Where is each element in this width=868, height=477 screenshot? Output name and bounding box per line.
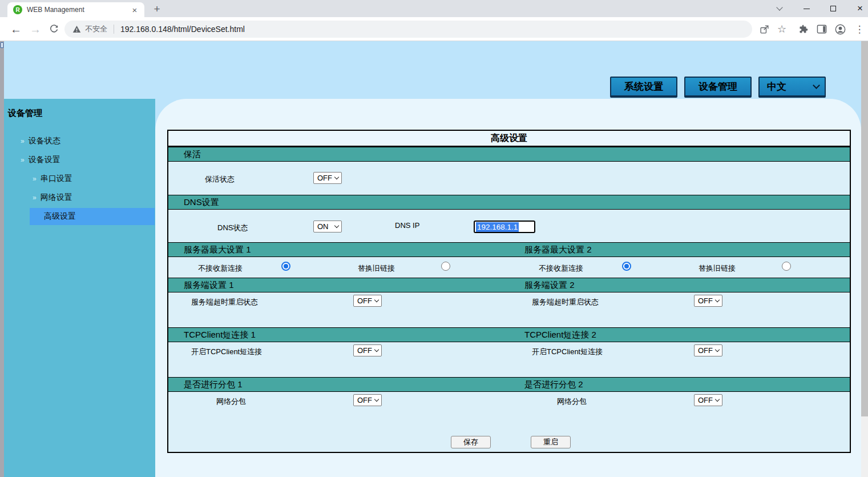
security-label[interactable]: 不安全 [85, 24, 107, 34]
keepalive-body: 保活状态 OFF [168, 162, 850, 195]
keepalive-status-select[interactable]: OFF [313, 172, 342, 184]
sidebar-item-label: 高级设置 [44, 211, 76, 222]
new-tab-button[interactable]: + [150, 2, 164, 17]
server-timeout-body: 服务端超时重启状态 OFF 服务端超时重启状态 OFF [168, 292, 850, 327]
chevron-down-icon [715, 347, 720, 352]
select-value: OFF [357, 396, 372, 404]
no-new-connection-label: 不接收新连接 [198, 263, 243, 274]
packet-split-2: 网络分包 OFF [509, 392, 850, 425]
bookmark-star-icon[interactable]: ☆ [775, 17, 789, 41]
tab-search-chevron-icon[interactable] [766, 0, 793, 17]
select-value: OFF [698, 296, 713, 305]
section-header-packet-split: 是否进行分包 1 是否进行分包 2 [168, 377, 850, 392]
replace-old-link-label: 替换旧链接 [699, 263, 736, 274]
url-separator [114, 25, 114, 34]
language-select-value: 中文 [767, 80, 786, 93]
section-title-2: 服务器最大设置 2 [509, 243, 850, 256]
sidebar-item-device-settings[interactable]: » 设备设置 [21, 151, 60, 169]
language-select[interactable]: 中文 [758, 77, 826, 98]
tcp-client-2: 开启TCPClient短连接 OFF [509, 342, 850, 377]
form-title: 高级设置 [168, 131, 850, 147]
server-timeout-1: 服务端超时重启状态 OFF [168, 292, 509, 327]
window-close-button[interactable]: × [847, 0, 868, 17]
site-favicon-icon: R [13, 5, 22, 14]
radio-replace-old-link-2[interactable] [782, 262, 791, 271]
sidebar-item-device-status[interactable]: » 设备状态 [21, 133, 60, 150]
select-value: OFF [357, 346, 372, 355]
server-max-body: 不接收新连接 替换旧链接 不接收新连接 替换旧链接 [168, 257, 850, 278]
radio-no-new-connection-1[interactable] [281, 262, 290, 271]
dns-ip-input[interactable]: 192.168.1.1 [474, 221, 535, 233]
sidebar: 设备管理 » 设备状态 » 设备设置 » 串口设置 » 网络设置 高级设置 [4, 99, 155, 477]
not-secure-warning-icon [72, 25, 81, 33]
tcp-client-1: 开启TCPClient短连接 OFF [168, 342, 509, 377]
tcp-client-select-2[interactable]: OFF [694, 344, 722, 356]
replace-old-link-label: 替换旧链接 [358, 263, 395, 274]
system-settings-button[interactable]: 系统设置 [610, 77, 677, 98]
chevron-down-icon [374, 397, 379, 402]
docked-app-icon [1, 42, 3, 48]
select-value: ON [317, 222, 329, 231]
menu-dots-icon[interactable]: ⋮ [853, 17, 866, 41]
sidebar-item-serial-settings[interactable]: » 串口设置 [33, 170, 72, 187]
profile-avatar[interactable] [833, 17, 847, 41]
packet-split-body: 网络分包 OFF 网络分包 OFF [168, 392, 850, 425]
sidebar-item-network-settings[interactable]: » 网络设置 [33, 189, 72, 206]
section-title-1: 是否进行分包 1 [168, 378, 509, 391]
sidebar-item-advanced-settings[interactable]: 高级设置 [30, 208, 155, 225]
chevron-down-icon [374, 298, 379, 302]
action-buttons-row: 保存 重启 [168, 425, 850, 452]
browser-tab[interactable]: R WEB Management × [7, 2, 144, 17]
server-max-2: 不接收新连接 替换旧链接 [509, 257, 850, 278]
share-icon[interactable] [757, 17, 771, 41]
extensions-puzzle-icon[interactable] [797, 17, 810, 41]
radio-no-new-connection-2[interactable] [622, 262, 631, 271]
packet-split-select-2[interactable]: OFF [694, 394, 722, 406]
side-panel-icon[interactable] [815, 17, 829, 41]
select-value: OFF [317, 174, 332, 182]
section-header-keepalive: 保活 [168, 147, 850, 162]
page-scrollbar[interactable] [861, 41, 868, 477]
tcp-client-select-1[interactable]: OFF [353, 344, 382, 356]
section-title-2: 服务端设置 2 [509, 278, 850, 292]
minimize-button[interactable] [793, 0, 819, 17]
restart-button[interactable]: 重启 [531, 436, 571, 448]
radio-replace-old-link-1[interactable] [441, 262, 450, 271]
browser-window: R WEB Management × + × ← → 不安全 192.168.0… [0, 0, 868, 477]
section-header-dns: DNS设置 [168, 195, 850, 210]
sidebar-item-label: 设备状态 [29, 136, 60, 146]
packet-split-select-1[interactable]: OFF [353, 394, 382, 406]
section-title-2: TCPClient短连接 2 [509, 328, 850, 342]
device-management-button[interactable]: 设备管理 [684, 77, 752, 98]
save-button[interactable]: 保存 [451, 436, 491, 448]
arrow-icon: » [33, 194, 37, 202]
tab-close-icon[interactable]: × [130, 5, 140, 15]
section-title-1: 服务器最大设置 1 [168, 243, 509, 256]
server-timeout-label: 服务端超时重启状态 [191, 297, 258, 307]
back-button[interactable]: ← [8, 17, 24, 41]
section-title: DNS设置 [168, 195, 850, 209]
main-panel: 高级设置 保活 保活状态 OFF DNS设置 DNS状态 ON [155, 99, 861, 477]
dns-status-select[interactable]: ON [313, 221, 342, 233]
server-timeout-select-2[interactable]: OFF [694, 295, 722, 307]
address-bar[interactable]: 不安全 192.168.0.148/html/DeviceSet.html [64, 21, 752, 38]
tcp-client-body: 开启TCPClient短连接 OFF 开启TCPClient短连接 OFF [168, 342, 850, 377]
url-text[interactable]: 192.168.0.148/html/DeviceSet.html [120, 25, 245, 34]
server-timeout-select-1[interactable]: OFF [353, 295, 382, 307]
dns-ip-value-selected: 192.168.1.1 [476, 222, 519, 232]
chevron-down-icon [715, 298, 720, 302]
sidebar-item-label: 串口设置 [41, 174, 72, 184]
chevron-down-icon [374, 347, 379, 352]
reload-button[interactable] [46, 17, 62, 41]
maximize-button[interactable] [820, 0, 846, 17]
section-title-1: TCPClient短连接 1 [168, 328, 509, 342]
server-timeout-2: 服务端超时重启状态 OFF [509, 292, 850, 327]
section-header-server-timeout: 服务端设置 1 服务端设置 2 [168, 278, 850, 292]
arrow-icon: » [33, 175, 37, 183]
forward-button[interactable]: → [27, 17, 43, 41]
chevron-down-icon [715, 397, 720, 402]
packet-split-label: 网络分包 [557, 396, 587, 407]
dns-body: DNS状态 ON DNS IP 192.168.1.1 [168, 210, 850, 242]
scrollbar-thumb[interactable] [861, 41, 868, 416]
left-edge-strip [0, 41, 4, 477]
